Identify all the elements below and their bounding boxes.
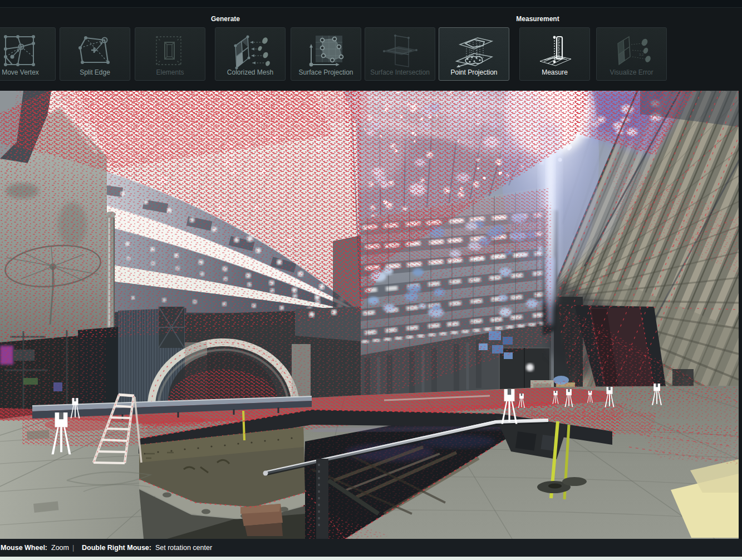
svg-text:3,2: 3,2 <box>639 53 644 56</box>
